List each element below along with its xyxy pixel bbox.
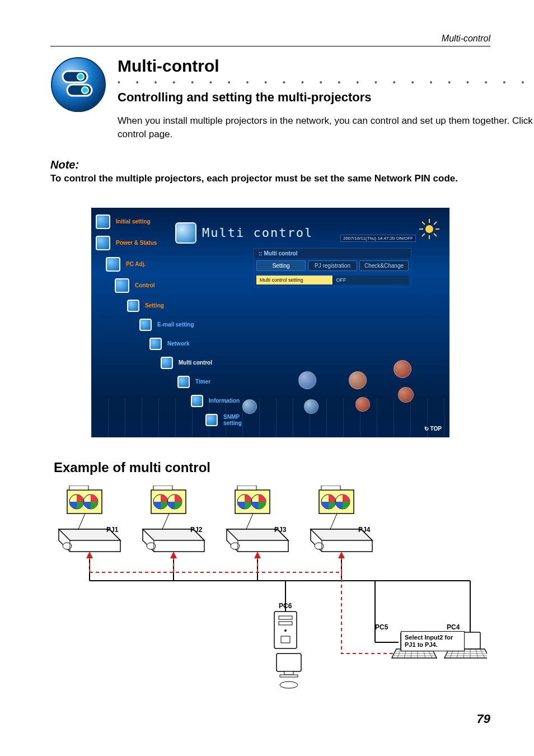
sliders-icon bbox=[115, 278, 129, 293]
label-pc6: PC6 bbox=[279, 602, 292, 610]
hud-initial2-icon[interactable] bbox=[355, 397, 370, 412]
sidebar-item-label: SNMP setting bbox=[223, 414, 242, 426]
multi-icon bbox=[161, 357, 173, 369]
multi-control-title-icon bbox=[175, 222, 196, 244]
page-number: 79 bbox=[50, 712, 490, 726]
svg-line-39 bbox=[162, 514, 169, 529]
divider-dots: • • • • • • • • • • • • • • • • • • • • … bbox=[118, 78, 534, 87]
svg-line-41 bbox=[330, 514, 337, 529]
datetime-readout: 2007/10/11(Thu) 14:47:20 ON/OFF bbox=[340, 235, 416, 242]
label-pc5: PC5 bbox=[375, 623, 388, 631]
power-icon bbox=[96, 236, 110, 250]
sidebar-item-label: PC Adj. bbox=[126, 261, 146, 267]
hud-initial-icon[interactable] bbox=[394, 360, 411, 378]
note-label: Note: bbox=[50, 158, 490, 171]
page-title: Multi-control bbox=[118, 57, 534, 76]
speech-bubble: Select Input2 for PJ1 to PJ4. bbox=[401, 631, 465, 651]
svg-line-12 bbox=[434, 222, 437, 225]
hud-cam-icon[interactable] bbox=[242, 399, 257, 414]
svg-point-56 bbox=[280, 682, 298, 688]
sidebar-item-label: Network bbox=[167, 340, 189, 347]
svg-line-40 bbox=[246, 514, 253, 529]
wrench-icon bbox=[127, 300, 139, 312]
globe-icon bbox=[149, 338, 162, 350]
running-head: Multi-control bbox=[50, 34, 490, 46]
label-pj4: PJ4 bbox=[358, 526, 370, 534]
subheading: Controlling and setting the multi-projec… bbox=[118, 90, 534, 105]
app-screenshot: Initial setting Power & Status PC Adj. C… bbox=[91, 208, 449, 437]
mail-icon bbox=[139, 319, 152, 331]
setting-label: Multi control setting bbox=[256, 276, 332, 284]
svg-line-11 bbox=[434, 234, 437, 236]
monitor-icon bbox=[106, 257, 120, 272]
label-pj2: PJ2 bbox=[190, 526, 202, 534]
example-heading: Example of multi control bbox=[54, 460, 490, 475]
multi-control-panel: :: Multi control Setting PJ registration… bbox=[254, 248, 411, 287]
svg-point-5 bbox=[425, 225, 433, 233]
sidebar-item-label: Multi control bbox=[179, 360, 212, 366]
hud-multi-icon[interactable] bbox=[304, 399, 318, 414]
sidebar-item-control[interactable]: Control bbox=[115, 275, 219, 296]
tab-check-change[interactable]: Check&Change bbox=[359, 260, 409, 271]
sidebar-item-pc-adj[interactable]: PC Adj. bbox=[106, 254, 219, 275]
tab-pj-registration[interactable]: PJ registration bbox=[308, 260, 357, 271]
svg-point-2 bbox=[77, 73, 84, 80]
sun-icon bbox=[418, 218, 441, 240]
sidebar-item-label: E-mail setting bbox=[157, 321, 194, 328]
gear-icon bbox=[96, 214, 110, 229]
back-to-top-link[interactable]: ↻ TOP bbox=[424, 426, 442, 432]
sidebar-item-label: Timer bbox=[195, 379, 210, 385]
sidebar: Initial setting Power & Status PC Adj. C… bbox=[96, 211, 219, 430]
setting-value[interactable]: OFF bbox=[332, 276, 409, 284]
label-pj3: PJ3 bbox=[274, 526, 286, 534]
note-body: To control the multiple projectors, each… bbox=[50, 172, 490, 185]
clock-icon bbox=[177, 376, 190, 388]
label-pj1: PJ1 bbox=[106, 526, 118, 534]
sidebar-item-label: Power & Status bbox=[116, 240, 157, 246]
tab-setting[interactable]: Setting bbox=[256, 260, 306, 271]
sidebar-item-snmp-setting[interactable]: SNMP setting bbox=[205, 410, 219, 430]
sidebar-item-multi-control[interactable]: Multi control bbox=[161, 353, 219, 372]
svg-line-38 bbox=[78, 514, 85, 529]
hud-network-icon[interactable] bbox=[398, 387, 414, 403]
hud-mail-icon[interactable] bbox=[298, 371, 316, 389]
multi-control-section-icon bbox=[50, 57, 106, 113]
sidebar-item-timer[interactable]: Timer bbox=[177, 372, 219, 391]
svg-point-4 bbox=[82, 87, 88, 94]
intro-paragraph: When you install multiple projectors in … bbox=[118, 114, 534, 141]
sidebar-item-label: Information bbox=[209, 398, 240, 404]
sidebar-item-label: Control bbox=[135, 282, 155, 288]
svg-line-13 bbox=[422, 234, 425, 236]
screenshot-title: Multi control bbox=[202, 226, 313, 240]
example-diagram: PJ1 PJ2 PJ3 PJ4 PC6 PC5 PC4 Select Input… bbox=[56, 486, 487, 698]
sidebar-item-email-setting[interactable]: E-mail setting bbox=[139, 315, 219, 334]
label-pc4: PC4 bbox=[447, 623, 460, 631]
sidebar-item-setting[interactable]: Setting bbox=[127, 296, 219, 315]
sidebar-item-label: Initial setting bbox=[116, 218, 151, 225]
sidebar-item-label: Setting bbox=[145, 302, 164, 309]
info-icon bbox=[191, 395, 203, 407]
panel-header: :: Multi control bbox=[254, 249, 411, 258]
snmp-icon bbox=[205, 414, 218, 426]
sidebar-item-network[interactable]: Network bbox=[149, 334, 219, 353]
svg-line-10 bbox=[422, 222, 425, 225]
sidebar-item-information[interactable]: Information bbox=[191, 391, 219, 410]
hud-gear-icon[interactable] bbox=[349, 371, 367, 389]
